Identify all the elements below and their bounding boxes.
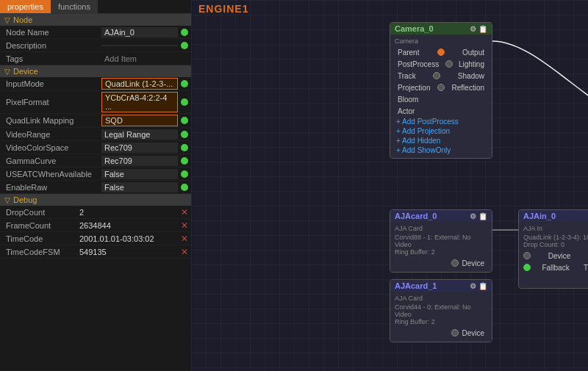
camera-node-body: Camera Parent Output PostProcess Lightin… <box>390 35 492 158</box>
ajacard1-node-info: Corvid44 - 0: External: No VideoRing Buf… <box>390 303 492 327</box>
use-atc-dot <box>181 170 188 178</box>
graph-area[interactable]: ENGINE1 Camera_0 ⚙ 📋 Camera Parent Outpu… <box>191 0 588 371</box>
camera-port-projection-label: Projection <box>395 84 433 92</box>
camera-add-projection[interactable]: + Add Projection <box>390 126 492 136</box>
use-atc-value[interactable]: False <box>101 169 178 179</box>
ajain0-node-title: AJAin_0 <box>523 212 556 220</box>
ajacard0-node-icons: ⚙ 📋 <box>470 212 487 220</box>
drop-count-value: 2 <box>79 208 178 217</box>
description-dot <box>181 42 188 49</box>
ajain0-timecode-label: Timecode <box>581 264 588 272</box>
pixel-format-row: PixelFormat YCbCrA8-4:2:2-4 ... <box>0 91 191 114</box>
pixel-format-label: PixelFormat <box>6 98 101 107</box>
video-range-value[interactable]: Legal Range <box>101 129 178 140</box>
quadlink-mapping-dot <box>181 117 188 124</box>
drop-count-label: DropCount <box>6 208 79 217</box>
ajain0-node-subtitle: AJA In <box>519 225 588 234</box>
video-color-space-row: VideoColorSpace Rec709 <box>0 141 191 154</box>
node-name-value[interactable]: AJAin_0 <box>101 27 178 37</box>
ajacard0-node: AJAcard_0 ⚙ 📋 AJA Card Corvid88 - 1: Ext… <box>390 209 492 273</box>
camera-port-parent: Parent Output <box>390 46 492 58</box>
drop-count-mark: ✕ <box>181 207 188 217</box>
ajain0-node-body: AJA In QuadLink (1-2-3-4): 1080p50aDrop … <box>519 222 588 288</box>
camera-port-reflection-dot[interactable] <box>437 84 445 91</box>
frame-count-value: 2634844 <box>79 221 178 230</box>
camera-port-parent-label: Parent <box>395 48 422 57</box>
enable-raw-dot <box>181 184 188 191</box>
gamma-curve-dot <box>181 157 188 165</box>
camera-port-shadow-label: Shadow <box>455 72 487 80</box>
gamma-curve-label: GammaCurve <box>6 156 101 165</box>
node-name-label: Node Name <box>6 28 101 37</box>
camera-port-lighting-label: Lighting <box>456 60 487 68</box>
tabs-bar: properties functions <box>0 0 191 14</box>
ajacard0-device-dot[interactable] <box>451 259 459 267</box>
use-atc-label: USEATCWhenAvailable <box>6 170 101 179</box>
camera-add-showonly[interactable]: + Add ShowOnly <box>390 145 492 155</box>
description-value[interactable] <box>101 45 178 46</box>
graph-title: ENGINE1 <box>198 3 248 15</box>
ajain0-node-header: AJAin_0 ⚙ 📋 <box>519 210 588 222</box>
enable-raw-label: EnableRaw <box>6 183 101 192</box>
ajacard1-node-title: AJAcard_1 <box>395 281 437 290</box>
camera-port-track: Track Shadow <box>390 70 492 82</box>
input-mode-dot <box>181 80 188 87</box>
time-code-fsm-value: 549135 <box>79 248 178 256</box>
debug-section-title: Debug <box>13 195 37 204</box>
time-code-row: TimeCode 2001.01.01-03:03:02 ✕ <box>0 232 191 245</box>
video-color-space-dot <box>181 144 188 151</box>
camera-port-lighting-dot[interactable] <box>445 60 453 68</box>
video-range-label: VideoRange <box>6 130 101 139</box>
gamma-curve-value[interactable]: Rec709 <box>101 156 178 166</box>
tab-functions[interactable]: functions <box>51 0 98 13</box>
ajacard0-node-header: AJAcard_0 ⚙ 📋 <box>390 210 492 222</box>
ajacard1-device-label: Device <box>459 329 487 337</box>
ajacard1-node: AJAcard_1 ⚙ 📋 AJA Card Corvid44 - 0: Ext… <box>390 279 492 342</box>
video-color-space-label: VideoColorSpace <box>6 143 101 152</box>
time-code-fsm-label: TimeCodeFSM <box>6 248 79 256</box>
camera-port-track-label: Track <box>395 72 419 80</box>
enable-raw-row: EnableRaw False <box>0 181 191 194</box>
node-section-header: ▽ Node <box>0 14 191 26</box>
description-row: Description <box>0 39 191 52</box>
node-section-title: Node <box>13 15 32 24</box>
ajacard1-node-header: AJAcard_1 ⚙ 📋 <box>390 280 492 292</box>
ajain0-fallback-dot[interactable] <box>523 264 531 271</box>
use-atc-row: USEATCWhenAvailable False <box>0 168 191 181</box>
camera-port-postprocess-label: PostProcess <box>395 60 442 68</box>
enable-raw-value[interactable]: False <box>101 182 178 192</box>
camera-port-bloom: Bloom <box>390 93 492 105</box>
node-section-arrow: ▽ <box>4 16 10 24</box>
camera-port-bloom-label: Bloom <box>395 96 421 104</box>
video-color-space-value[interactable]: Rec709 <box>101 143 178 153</box>
camera-add-postprocess[interactable]: + Add PostProcess <box>390 117 492 126</box>
input-mode-label: InputMode <box>6 79 101 88</box>
drop-count-row: DropCount 2 ✕ <box>0 206 191 219</box>
ajain0-fallback-label: Fallback <box>539 264 572 272</box>
ajacard0-node-title: AJAcard_0 <box>395 212 437 220</box>
quadlink-mapping-value[interactable]: SQD <box>101 115 178 126</box>
tags-label: Tags <box>6 54 101 63</box>
ajacard1-device-dot[interactable] <box>451 329 459 336</box>
camera-port-output-dot[interactable] <box>437 48 445 56</box>
ajacard1-node-icons: ⚙ 📋 <box>470 282 487 290</box>
ajain0-device-left-dot[interactable] <box>523 252 531 259</box>
ajacard1-port-device: Device <box>390 327 492 339</box>
device-section-arrow: ▽ <box>4 68 10 76</box>
camera-add-hidden[interactable]: + Add Hidden <box>390 136 492 145</box>
camera-port-shadow-dot[interactable] <box>433 72 440 79</box>
time-code-fsm-row: TimeCodeFSM 549135 ✕ <box>0 245 191 259</box>
device-section-header: ▽ Device <box>0 65 191 77</box>
ajacard1-node-subtitle: AJA Card <box>390 295 492 303</box>
left-panel: properties functions ▽ Node Node Name AJ… <box>0 0 191 371</box>
ajain0-port-fallback: Fallback Timecode <box>519 262 588 273</box>
pixel-format-value[interactable]: YCbCrA8-4:2:2-4 ... <box>101 92 178 112</box>
description-label: Description <box>6 41 101 50</box>
tags-value[interactable]: Add Item <box>101 54 188 64</box>
node-name-row: Node Name AJAin_0 <box>0 26 191 39</box>
time-code-mark: ✕ <box>181 234 188 244</box>
ajacard1-node-body: AJA Card Corvid44 - 0: External: No Vide… <box>390 292 492 342</box>
tags-row: Tags Add Item <box>0 52 191 65</box>
input-mode-value[interactable]: QuadLink (1-2-3-... <box>101 78 178 90</box>
tab-properties[interactable]: properties <box>0 0 51 13</box>
